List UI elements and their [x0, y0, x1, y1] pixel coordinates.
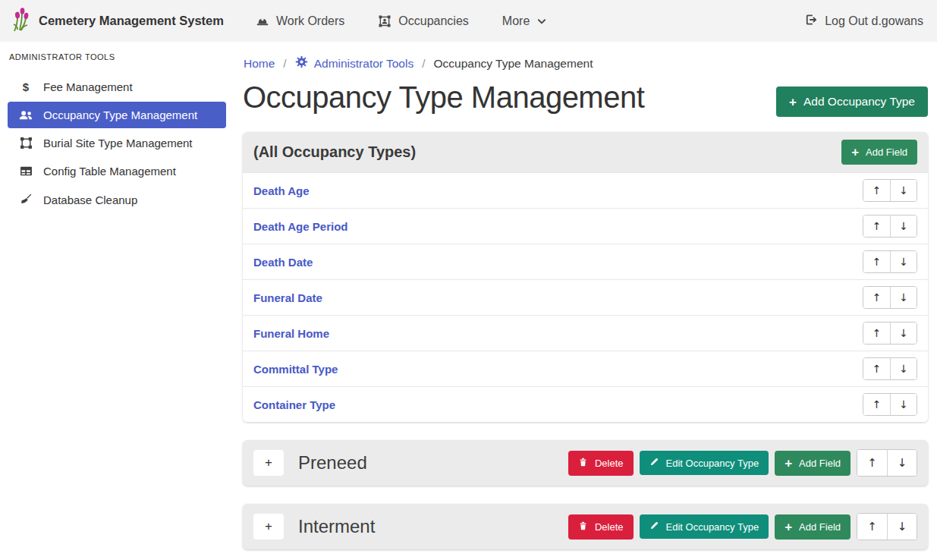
edit-label: Edit Occupancy Type — [666, 521, 759, 533]
field-row: Death Age Period ↑ ↓ — [243, 208, 928, 244]
reorder-group: ↑ ↓ — [863, 179, 917, 202]
move-up-button[interactable]: ↑ — [863, 322, 890, 344]
reorder-group: ↑ ↓ — [863, 322, 917, 344]
delete-button[interactable]: Delete — [568, 514, 634, 540]
breadcrumb-home-link[interactable]: Home — [244, 57, 275, 71]
breadcrumb: Home / — [244, 55, 928, 71]
reorder-group: ↑ ↓ — [857, 449, 917, 477]
plus-icon: + — [785, 457, 792, 470]
move-down-button[interactable]: ↓ — [890, 180, 917, 201]
field-row: Death Age ↑ ↓ — [243, 172, 928, 208]
add-field-button[interactable]: + Add Field — [841, 140, 917, 165]
occupancy-type-section-interment: + Interment Delete — [243, 504, 928, 549]
sidebar-item-database-cleanup[interactable]: Database Cleanup — [8, 186, 226, 213]
trash-icon — [578, 521, 588, 533]
field-row: Death Date ↑ ↓ — [243, 244, 928, 279]
gear-icon — [295, 55, 308, 71]
field-link[interactable]: Committal Type — [253, 363, 338, 376]
field-link[interactable]: Death Age — [253, 184, 310, 197]
move-up-button[interactable]: ↑ — [857, 450, 887, 476]
pencil-icon — [649, 457, 659, 469]
move-down-button[interactable]: ↓ — [887, 450, 917, 476]
section-actions: Delete Edit Occupancy Type + Add Field ↑ — [568, 513, 917, 540]
sign-out-icon — [804, 13, 818, 30]
reorder-group: ↑ ↓ — [863, 215, 917, 238]
plus-icon: + — [785, 521, 792, 533]
tulips-logo-icon — [11, 8, 31, 35]
expand-button[interactable]: + — [253, 514, 284, 540]
move-up-button[interactable]: ↑ — [857, 514, 887, 540]
vector-square-icon — [18, 137, 33, 149]
nav-occupancies-label: Occupancies — [398, 14, 469, 28]
breadcrumb-admin-tools-link[interactable]: Administrator Tools — [295, 55, 414, 71]
field-link[interactable]: Container Type — [253, 398, 335, 411]
table-icon — [18, 165, 33, 178]
nav-more[interactable]: More — [502, 14, 547, 28]
sidebar-item-label: Config Table Management — [43, 165, 176, 178]
add-field-label: Add Field — [866, 146, 907, 158]
expand-button[interactable]: + — [253, 450, 284, 476]
brand[interactable]: Cemetery Management System — [11, 8, 224, 35]
add-field-label: Add Field — [799, 521, 841, 533]
field-link[interactable]: Funeral Date — [253, 291, 322, 304]
all-occupancy-types-card: (All Occupancy Types) + Add Field Death … — [243, 132, 928, 422]
field-link[interactable]: Death Age Period — [253, 220, 347, 233]
breadcrumb-current: Occupancy Type Management — [434, 57, 593, 71]
logout-button[interactable]: Log Out d.gowans — [804, 13, 923, 30]
breadcrumb-separator: / — [283, 57, 286, 71]
sidebar-item-fee-management[interactable]: $ Fee Management — [8, 74, 226, 100]
reorder-group: ↑ ↓ — [863, 250, 917, 273]
plus-icon: + — [851, 146, 859, 159]
pencil-icon — [649, 521, 659, 533]
hard-hat-icon — [256, 14, 269, 28]
delete-label: Delete — [595, 458, 624, 469]
move-down-button[interactable]: ↓ — [890, 322, 917, 344]
reorder-group: ↑ ↓ — [863, 286, 917, 309]
field-row: Funeral Home ↑ ↓ — [243, 315, 928, 351]
move-down-button[interactable]: ↓ — [887, 514, 917, 540]
sidebar-item-config-table-management[interactable]: Config Table Management — [8, 158, 226, 184]
move-down-button[interactable]: ↓ — [890, 251, 917, 272]
main-nav: Work Orders Occupancies More — [256, 14, 547, 28]
top-navbar: Cemetery Management System Work Orders — [0, 0, 937, 42]
nav-work-orders[interactable]: Work Orders — [256, 14, 344, 28]
dollar-icon: $ — [18, 80, 33, 93]
occupancy-square-icon — [378, 14, 391, 28]
move-down-button[interactable]: ↓ — [890, 287, 917, 308]
sidebar-item-label: Fee Management — [43, 80, 133, 93]
add-field-label: Add Field — [799, 458, 841, 469]
brand-title: Cemetery Management System — [39, 14, 224, 28]
edit-label: Edit Occupancy Type — [666, 458, 759, 469]
field-row: Funeral Date ↑ ↓ — [243, 279, 928, 315]
move-down-button[interactable]: ↓ — [890, 216, 917, 237]
sidebar-item-burial-site-type-management[interactable]: Burial Site Type Management — [8, 130, 226, 156]
nav-occupancies[interactable]: Occupancies — [378, 14, 469, 28]
move-up-button[interactable]: ↑ — [863, 394, 890, 415]
sidebar: ADMINISTRATOR TOOLS $ Fee Management Occ… — [0, 42, 234, 560]
add-field-button[interactable]: + Add Field — [775, 514, 851, 540]
move-up-button[interactable]: ↑ — [863, 287, 890, 308]
add-occupancy-type-label: Add Occupancy Type — [803, 95, 915, 109]
move-up-button[interactable]: ↑ — [863, 216, 890, 237]
edit-occupancy-type-button[interactable]: Edit Occupancy Type — [640, 514, 769, 539]
field-row: Committal Type ↑ ↓ — [243, 351, 928, 386]
delete-button[interactable]: Delete — [568, 451, 634, 476]
add-occupancy-type-button[interactable]: + Add Occupancy Type — [776, 87, 928, 117]
move-down-button[interactable]: ↓ — [890, 394, 917, 415]
users-icon — [18, 109, 33, 121]
reorder-group: ↑ ↓ — [863, 357, 917, 380]
sidebar-item-occupancy-type-management[interactable]: Occupancy Type Management — [8, 102, 226, 128]
breadcrumb-separator: / — [422, 57, 425, 71]
edit-occupancy-type-button[interactable]: Edit Occupancy Type — [640, 451, 769, 475]
field-link[interactable]: Death Date — [253, 256, 313, 269]
nav-work-orders-label: Work Orders — [276, 14, 344, 28]
add-field-button[interactable]: + Add Field — [775, 451, 851, 476]
move-up-button[interactable]: ↑ — [863, 180, 890, 201]
section-title: Interment — [298, 516, 375, 537]
field-link[interactable]: Funeral Home — [253, 327, 329, 340]
card-header: (All Occupancy Types) + Add Field — [243, 132, 928, 172]
move-up-button[interactable]: ↑ — [863, 358, 890, 379]
move-up-button[interactable]: ↑ — [863, 251, 890, 272]
card-title: (All Occupancy Types) — [253, 143, 416, 161]
move-down-button[interactable]: ↓ — [890, 358, 917, 379]
